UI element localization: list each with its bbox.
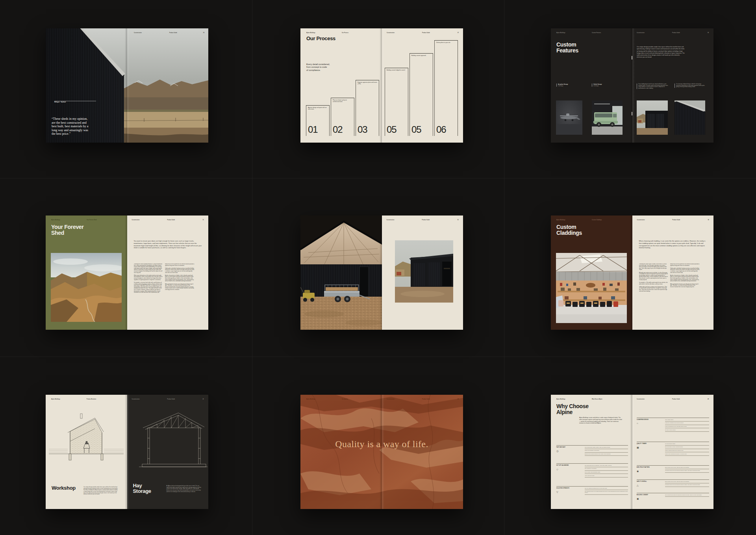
masthead-product-guide: Product Guide [422,219,430,221]
process-step-1: Approve design and quote with our sales … [306,105,330,136]
masthead-customisation: Customisation [132,219,140,221]
safety-icon: △ [637,484,639,487]
hay-storage-page: Customisation Product Guide 23 [127,395,209,509]
masthead-customisation: Customisation [132,399,140,400]
spread-drawings[interactable]: Alpine Buildings Product Brochure [46,395,208,509]
masthead-customisation: Customisation [387,399,395,400]
masthead-section: Custom Claddings [592,219,602,221]
masthead-customisation: Customisation [387,219,395,221]
body-column-2: Sheds that use this system are cost effe… [670,264,700,321]
benefit-row: No knee or apex braces. [665,428,709,432]
black-shed-photo [637,100,668,135]
group-rows: The most logical way to finish the Alpin… [585,464,628,477]
why-group-bird-proof: BIRD PROOF RAFTERS ◉ Build a shed not an… [637,465,709,478]
group-rows: Pre-dried quality timber. Environmentall… [665,442,709,456]
spread-forever-shed[interactable]: Alpine Buildings Your Forever Shed Your … [46,215,208,330]
group-rows: Time saving Steel Rafter system, with ev… [585,446,628,456]
spread-testimonial[interactable]: Wellington — Auckland “These sheds in my… [46,28,208,143]
page-number: 15 [458,219,459,221]
spread-title: Our Process [306,36,335,41]
claddings-intro: When choosing wall cladding, it can seem… [639,240,708,249]
clock-icon: ◷ [556,450,558,452]
step-number: 05 [411,124,421,135]
spread-quality[interactable]: Quality is a way of life. Alpine Buildin… [300,395,463,509]
portfolio-grid: Wellington — Auckland “These sheds in my… [0,0,756,535]
masthead-product-guide: Product Guide [169,32,177,33]
benefit-row: Less risk of damage from moving vehicles… [665,422,709,425]
land-rover-photo [592,100,623,135]
benefit-row: Environmentally friendly building soluti… [665,446,709,449]
spread-why-alpine[interactable]: Alpine Buildings Why Choose Alpine Custo… [551,395,713,509]
rust-mountains-photo [300,395,463,509]
step-caption: Engineer approves plans and issues a PS1… [358,82,378,85]
page-fold [380,28,384,143]
why-group-safe-install: SAFE TO INSTALL △ Build a shed not an av… [637,479,709,492]
caption-aeroplane: Aeroplane Storage 5.3m bays [556,84,586,87]
process-step-4: Building consent lodged to council. 05 [385,68,408,136]
masthead-product-guide: Product Guide [167,219,175,221]
quality-headline: Quality is a way of life. [300,439,463,450]
step-number: 02 [333,124,343,135]
grid-divider [0,178,756,178]
caption-rule [54,101,96,101]
body-column-1: Choosing the correct span, or width, of … [639,264,668,321]
masthead-product-guide: Product Guide [672,32,680,33]
group-rows: Build a shed not an aviary with Zero Bir… [665,466,709,473]
page-fold [630,28,635,143]
grid-divider [252,0,252,535]
benefit-row: Our consent team handle the Building Con… [665,493,709,497]
benefit-row: More reliable and predictable finish. [585,471,628,474]
spread-title: Custom Claddings [556,224,582,236]
page-number: 23 [203,399,204,400]
workshop-caption: Our unique design provides ample clear s… [83,487,118,495]
spread-our-process[interactable]: Alpine Buildings Our Process Customisati… [300,28,463,143]
why-intro: Alpine Buildings create and deliver a wi… [579,417,623,424]
shed-interior-photo [300,215,382,330]
step-caption: Delivery direct to your site. [436,42,456,43]
caption-vehicle: Vehicle Storage 4.2m bays [592,84,621,87]
spread-title: Custom Features [556,42,578,54]
masthead-section: Your Forever Shed [87,219,97,221]
body-column-2: Sheds that use this system are cost effe… [165,264,195,321]
spread-custom-features[interactable]: Alpine Buildings Custom Features Customi… [551,28,713,143]
process-intro: Every detail considered, from concept to… [306,63,330,72]
benefit-row: Pre-dried quality timber. [665,442,709,446]
grid-divider [504,0,504,535]
masthead-brand: Alpine Buildings [556,399,565,400]
group-label: HOT DIP GALVANISED [556,465,569,466]
shed-icon: ⌂ [637,422,638,424]
masthead-customisation: Customisation [134,32,142,33]
spread-gallery[interactable]: Customisation Product Guide 15 [300,215,463,330]
hay-title: Hay Storage [133,483,151,494]
masthead-brand: Alpine Buildings [306,399,315,400]
masthead-section: Our Process [342,32,348,33]
benefit-row: The Structural Steel RHS ridged building… [585,490,628,495]
why-group-rhs-strength: SOLID RHS STRENGTH ▽ The pre-cambered de… [556,486,628,502]
testimonial-quote: “These sheds in my opinion, are the best… [52,117,101,136]
masthead-product-guide: Product Guide [673,219,680,221]
process-step-2: Plans are drawn up by our architectural … [331,98,354,136]
spread-title: Why Choose Alpine [556,403,589,415]
spread-custom-claddings[interactable]: Alpine Buildings Custom Claddings Custom… [551,215,713,330]
masthead-brand: Alpine Buildings [556,32,565,33]
green-page: Alpine Buildings Your Forever Shed Your … [46,215,127,330]
process-step-5: Building consent approved. 05 [410,53,433,136]
step-number: 05 [387,124,397,135]
masthead-section: Product Brochure [87,399,96,400]
fold-tick [632,56,632,59]
spread-title: Your Forever Shed [51,224,84,236]
workshop-page: Alpine Buildings Product Brochure [46,395,127,509]
group-label: BUILDING CONSENT [637,494,648,496]
masthead-customisation: Customisation [637,399,645,400]
forever-intro: You want to ensure your doors are high e… [134,240,203,249]
masthead-product-guide: Product Guide [672,399,680,400]
group-label: SAFE TO INSTALL [637,481,647,482]
page-number: 03 [203,32,204,33]
benefit-row: Maximum head room as purlins sit between… [665,469,709,473]
step-number: 06 [436,124,446,135]
caption-machinery: Our clearspan, birdproof design is ideal… [674,84,706,88]
features-intro: Our unique design provides ample clear s… [637,46,686,59]
why-group-fast-easy: FAST AND EASY ◷ Time saving Steel Rafter… [556,445,628,462]
brown-page: Alpine Buildings Custom Claddings Custom… [551,215,632,330]
page-number: 19 [708,219,709,221]
